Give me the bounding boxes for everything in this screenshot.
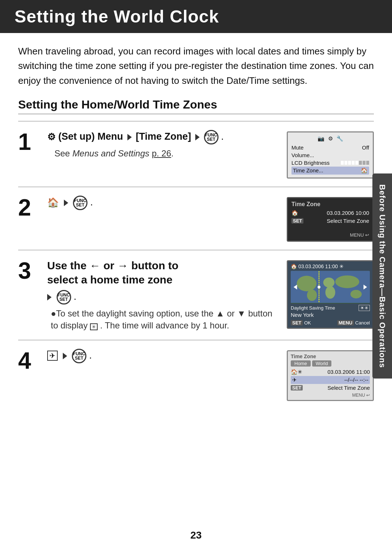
seg2 — [344, 161, 347, 165]
period-2: . — [90, 197, 93, 208]
menu-back-2: MENU ↩ — [291, 232, 369, 238]
step-4-screen: Time Zone Home World 🏠✳ 03.03.2006 11:00… — [287, 350, 374, 401]
world-icon-4: ✈ — [47, 351, 58, 361]
arrow-4 — [63, 353, 67, 359]
menu-row-brightness: LCD Brightness — [291, 159, 369, 167]
arrow-1b — [195, 134, 200, 140]
icon-wrench: 🔧 — [336, 135, 343, 142]
home-icon-2: 🏠 — [47, 197, 59, 208]
seg7 — [363, 161, 366, 165]
menu-row-mute: Mute Off — [291, 144, 369, 151]
select-tz-row: SET Select Time Zone — [291, 217, 369, 225]
svg-point-2 — [307, 290, 317, 301]
step-2-screen: Time Zone 🏠 03.03.2006 10:00 SET Select … — [287, 197, 374, 242]
world-map-screen: 🏠 03.03.2006 11:00 ✳ — [287, 260, 374, 329]
seg3 — [348, 161, 351, 165]
tz4-home-icon: 🏠✳ — [291, 369, 302, 375]
tz-tabs: Home World — [291, 360, 370, 367]
daylight-row: Daylight Saving Time ☀✳ — [291, 305, 370, 311]
city-name: New York — [291, 312, 314, 318]
right-side-tab: Before Using the Camera—Basic Operations — [372, 173, 392, 379]
step-1-sub: See Menus and Settings p. 26. — [54, 147, 279, 160]
icon-camera: 📷 — [318, 135, 324, 142]
cam-icons-1: 📷 ⚙ 🔧 — [291, 135, 369, 142]
step-3-content: Use the ← or → button toselect a home ti… — [44, 258, 279, 332]
seg5 — [355, 161, 358, 165]
tab-home: Home — [291, 360, 311, 367]
page-header: Setting the World Clock — [0, 0, 392, 33]
set-ok: SET OK — [291, 320, 311, 326]
menu-back-4: MENU ↩ — [291, 393, 370, 398]
map-home-icon: 🏠 03.03.2006 11:00 ✳ — [291, 263, 344, 269]
svg-point-10 — [318, 286, 320, 289]
step-3-bullet: ●To set the daylight saving option, use … — [51, 307, 279, 332]
daylight-label: Daylight Saving Time — [291, 305, 335, 311]
setup-icon: ⚙ — [47, 131, 56, 142]
svg-point-1 — [297, 276, 317, 291]
step-1-instruction: ⚙ (Set up) Menu [Time Zone] FUNCSET . — [47, 130, 279, 144]
period-1: . — [221, 131, 224, 142]
seg8 — [366, 161, 369, 165]
step-3-screen: 🏠 03.03.2006 11:00 ✳ — [287, 260, 374, 332]
step-1: 1 ⚙ (Set up) Menu [Time Zone] FUNCSET . … — [18, 121, 374, 187]
svg-point-4 — [325, 286, 335, 299]
tz4-world-row: ✈ --/--/-- --:-- — [291, 376, 370, 384]
arrow-1a — [127, 134, 132, 140]
map-footer: SET OK MENU Cancel — [291, 320, 370, 326]
svg-point-3 — [323, 278, 335, 287]
tab-world: World — [312, 360, 332, 367]
step-3-number: 3 — [18, 259, 44, 332]
home-datetime: 03.03.2006 10:00 — [327, 210, 369, 216]
set-ok-badge: SET — [291, 320, 303, 326]
timezone-label: Time Zone... — [293, 167, 323, 173]
func-set-icon-3: FUNCSET — [57, 290, 71, 304]
step-4-content: ✈ FUNCSET . — [44, 348, 279, 401]
step-1-content: ⚙ (Set up) Menu [Time Zone] FUNCSET . Se… — [44, 130, 279, 179]
menu-cancel-badge: MENU — [337, 320, 354, 326]
period-4: . — [89, 350, 92, 361]
tz-screen-title: Time Zone — [291, 201, 369, 208]
func-set-icon-4: FUNCSET — [72, 349, 86, 363]
step-1-screen: 📷 ⚙ 🔧 Mute Off Volume... LCD Brightness — [287, 131, 374, 179]
city-row: New York — [291, 311, 370, 319]
step-4: 4 ✈ FUNCSET . Time Zone Home World — [18, 340, 374, 409]
home-date-row: 🏠 03.03.2006 10:00 — [291, 209, 369, 217]
menu-row-timezone: Time Zone... 🏠 — [291, 167, 369, 175]
home-icon-screen: 🏠 — [291, 210, 298, 216]
arrow-3 — [47, 294, 52, 300]
set-badge-4: SET — [291, 385, 303, 391]
seg4 — [352, 161, 355, 165]
tz4-select-row: SET Select Time Zone — [291, 384, 370, 392]
icon-settings: ⚙ — [328, 135, 333, 142]
step-4-number: 4 — [18, 349, 44, 401]
map-header: 🏠 03.03.2006 11:00 ✳ — [291, 263, 370, 269]
func-set-icon-1: FUNCSET — [204, 130, 219, 144]
world-map-image — [291, 271, 370, 303]
step-2-instruction: 🏠 FUNCSET . — [47, 195, 279, 210]
tz4-world-icon: ✈ — [292, 377, 297, 383]
seg6 — [359, 161, 362, 165]
select-tz-label-4: Select Time Zone — [327, 385, 370, 391]
step-4-instruction: ✈ FUNCSET . — [47, 348, 279, 363]
dst-icon: ✳ — [90, 323, 98, 330]
step-2: 2 🏠 FUNCSET . Time Zone 🏠 03.03.2006 10:… — [18, 187, 374, 250]
page-title: Setting the World Clock — [15, 7, 377, 26]
intro-paragraph: When traveling abroad, you can record im… — [18, 44, 374, 88]
dst-toggle: ☀✳ — [359, 305, 370, 311]
step-3: 3 Use the ← or → button toselect a home … — [18, 250, 374, 340]
main-content: When traveling abroad, you can record im… — [0, 33, 392, 420]
right-tab-label: Before Using the Camera—Basic Operations — [378, 184, 387, 368]
step-1-number: 1 — [18, 130, 44, 179]
select-tz-label: Select Time Zone — [327, 218, 369, 224]
brightness-label: LCD Brightness — [291, 160, 330, 166]
brightness-bar — [341, 161, 369, 165]
volume-label: Volume... — [291, 152, 314, 158]
set-badge-2: SET — [291, 218, 303, 224]
seg1 — [341, 161, 344, 165]
arrow-2 — [64, 200, 68, 206]
page-number: 23 — [190, 529, 201, 541]
timezone-home-icon: 🏠 — [361, 167, 368, 174]
section-heading: Setting the Home/World Time Zones — [18, 98, 374, 114]
mute-label: Mute — [291, 144, 303, 151]
step-2-number: 2 — [18, 196, 44, 242]
